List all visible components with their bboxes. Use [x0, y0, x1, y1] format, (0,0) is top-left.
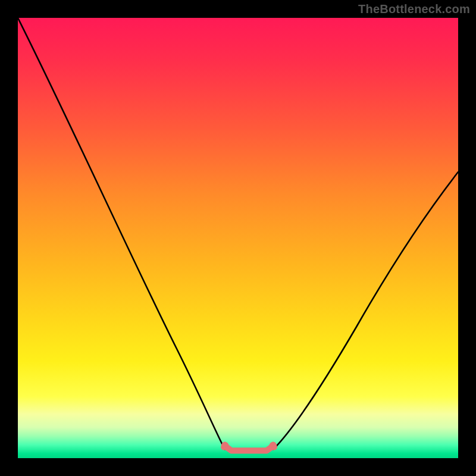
bottom-band-right-dot	[270, 442, 276, 448]
right-curve	[273, 172, 458, 449]
curves-layer	[18, 18, 458, 458]
left-curve	[18, 18, 225, 449]
chart-frame: TheBottleneck.com	[0, 0, 476, 476]
bottom-band-left-dot	[222, 442, 228, 448]
bottom-band	[224, 445, 274, 451]
plot-area	[18, 18, 458, 458]
watermark-text: TheBottleneck.com	[358, 2, 470, 16]
